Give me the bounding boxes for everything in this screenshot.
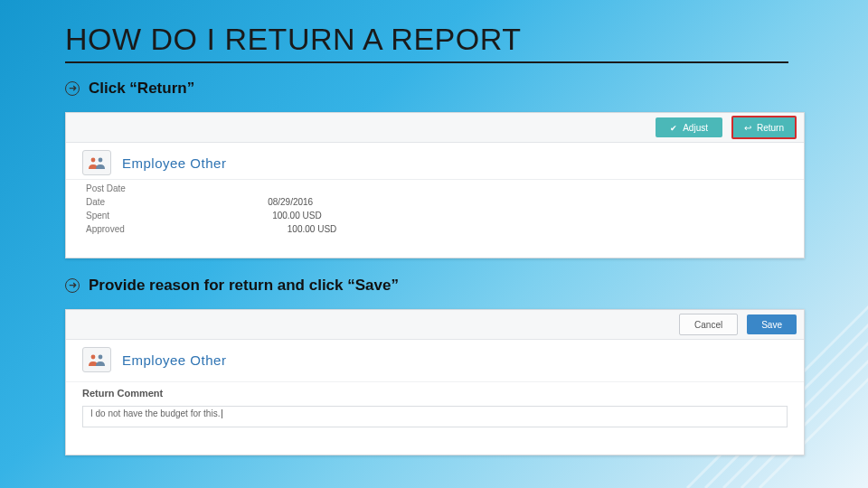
row-spent: Spent 100.00 USD — [66, 209, 804, 222]
cancel-button-label: Cancel — [694, 320, 722, 330]
adjust-button-label: Adjust — [683, 123, 708, 133]
adjust-button[interactable]: Adjust — [656, 117, 722, 137]
save-button[interactable]: Save — [747, 314, 797, 334]
return-comment-label: Return Comment — [66, 381, 804, 402]
bullet-step-1: ➜ Click “Return” — [65, 80, 194, 98]
return-arrow-icon — [744, 123, 751, 133]
cancel-button[interactable]: Cancel — [679, 314, 738, 335]
row-approved: Approved 100.00 USD — [66, 222, 804, 236]
date-label: Date — [86, 197, 105, 207]
return-comment-section: Return Comment I do not have the budget … — [66, 376, 804, 440]
category-icon — [82, 150, 111, 175]
row-post-date: Post Date — [66, 182, 804, 195]
bullet-step-1-text: Click “Return” — [89, 80, 194, 98]
slide-title: HOW DO I RETURN A REPORT — [65, 22, 521, 57]
screenshot-return-action: Adjust Return Employee Other Post Date D… — [65, 112, 805, 258]
report-category-title: Employee Other — [122, 352, 226, 368]
slide: HOW DO I RETURN A REPORT ➜ Click “Return… — [0, 0, 868, 488]
title-underline — [65, 61, 788, 63]
approved-value: 100.00 USD — [288, 224, 336, 234]
action-toolbar: Adjust Return — [66, 113, 804, 143]
action-toolbar: Cancel Save — [66, 310, 804, 340]
post-date-label: Post Date — [86, 183, 126, 193]
bullet-arrow-icon: ➜ — [65, 81, 80, 96]
bullet-step-2: ➜ Provide reason for return and click “S… — [65, 277, 399, 295]
return-comment-input[interactable]: I do not have the budget for this. — [82, 406, 788, 427]
row-date: Date 08/29/2016 — [66, 195, 804, 209]
check-icon — [670, 123, 677, 133]
bullet-step-2-text: Provide reason for return and click “Sav… — [89, 277, 399, 295]
category-icon — [82, 347, 111, 372]
report-category-title: Employee Other — [122, 155, 226, 171]
svg-point-7 — [91, 355, 96, 360]
save-button-label: Save — [761, 320, 782, 330]
svg-point-8 — [99, 355, 103, 360]
spent-label: Spent — [86, 211, 109, 221]
spent-value: 100.00 USD — [272, 211, 321, 221]
return-button[interactable]: Return — [731, 116, 797, 139]
report-details: Post Date Date 08/29/2016 Spent 100.00 U… — [66, 179, 804, 239]
bullet-arrow-icon: ➜ — [65, 278, 80, 293]
text-cursor — [222, 409, 222, 418]
approved-label: Approved — [86, 224, 125, 234]
date-value: 08/29/2016 — [268, 197, 313, 207]
return-comment-field-wrap: I do not have the budget for this. — [66, 402, 804, 431]
return-comment-value: I do not have the budget for this. — [90, 408, 220, 418]
report-header: Employee Other — [66, 340, 804, 376]
screenshot-return-comment: Cancel Save Employee Other Return Commen… — [65, 309, 805, 455]
return-button-label: Return — [757, 123, 784, 133]
svg-point-5 — [91, 158, 96, 163]
svg-point-6 — [99, 158, 103, 163]
report-header: Employee Other — [66, 143, 804, 179]
